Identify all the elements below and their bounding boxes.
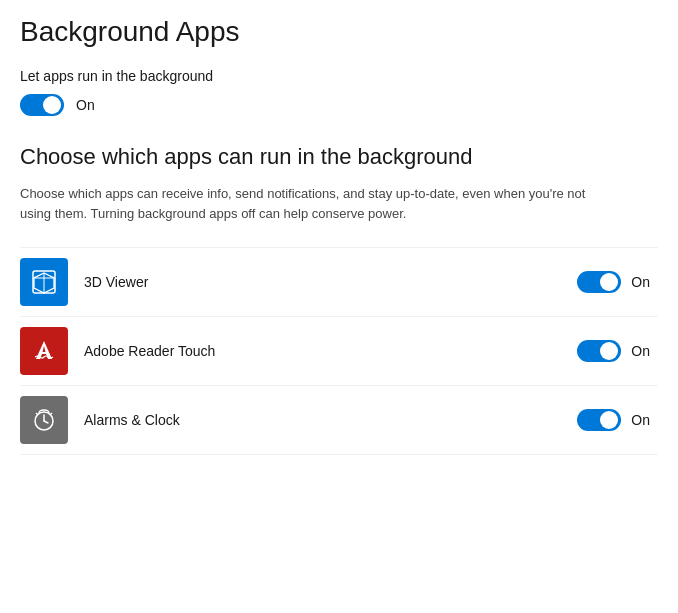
app-toggle-area: On xyxy=(577,409,650,431)
master-toggle-row: On xyxy=(20,94,658,116)
3dviewer-icon xyxy=(30,268,58,296)
app-icon-3dviewer xyxy=(20,258,68,306)
app-toggle-area: On xyxy=(577,340,650,362)
app-name: Adobe Reader Touch xyxy=(84,343,577,359)
app-toggle-3dviewer[interactable] xyxy=(577,271,621,293)
svg-line-6 xyxy=(44,421,48,423)
section-description: Choose which apps can receive info, send… xyxy=(20,184,620,223)
master-toggle-state: On xyxy=(76,97,95,113)
app-toggle-area: On xyxy=(577,271,650,293)
app-row: Alarms & Clock On xyxy=(20,385,658,455)
page-title: Background Apps xyxy=(20,16,658,48)
app-icon-alarms xyxy=(20,396,68,444)
app-toggle-state: On xyxy=(631,412,650,428)
app-toggle-adobe[interactable] xyxy=(577,340,621,362)
app-icon-adobe xyxy=(20,327,68,375)
adobe-icon xyxy=(30,337,58,365)
app-row: 3D Viewer On xyxy=(20,247,658,316)
app-list: 3D Viewer On Adobe Reader Touch On xyxy=(20,247,658,455)
svg-line-7 xyxy=(36,413,38,415)
app-row: Adobe Reader Touch On xyxy=(20,316,658,385)
svg-line-8 xyxy=(50,413,52,415)
app-toggle-alarms[interactable] xyxy=(577,409,621,431)
app-name: 3D Viewer xyxy=(84,274,577,290)
alarms-icon xyxy=(30,406,58,434)
master-toggle[interactable] xyxy=(20,94,64,116)
master-toggle-label: Let apps run in the background xyxy=(20,68,658,84)
section-heading: Choose which apps can run in the backgro… xyxy=(20,144,658,170)
app-toggle-state: On xyxy=(631,343,650,359)
app-name: Alarms & Clock xyxy=(84,412,577,428)
app-toggle-state: On xyxy=(631,274,650,290)
